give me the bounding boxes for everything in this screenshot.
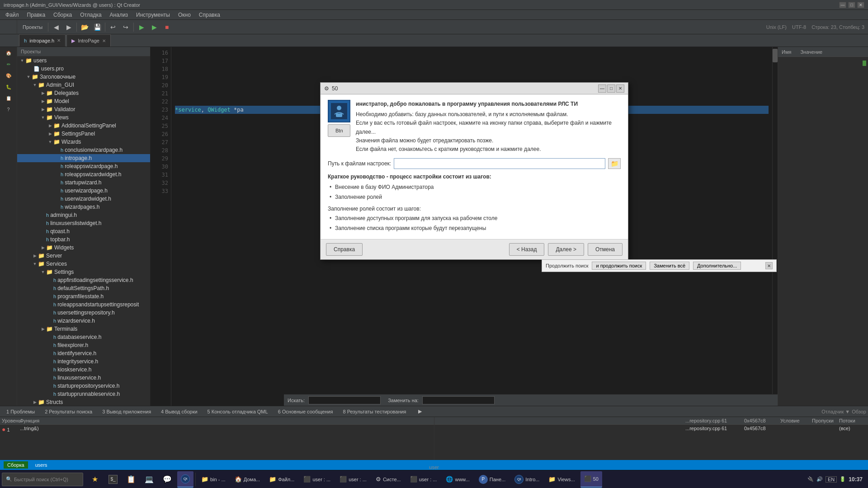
taskbar-running-files[interactable]: 📁 Файл... [265,471,298,488]
replace-input[interactable] [422,396,495,404]
menu-edit[interactable]: Правка [24,11,49,19]
nav-debug[interactable]: 🐛 [5,83,12,91]
tree-server[interactable]: ▶ 📁 Server [17,252,150,260]
maximize-btn[interactable]: □ [848,2,855,8]
menu-tools[interactable]: Инструменты [132,11,174,19]
tab-intropage-cpp[interactable]: ▶ IntroPage ✕ [66,34,111,47]
tree-admingui-h[interactable]: h admingui.h [17,211,150,219]
tree-roleapps[interactable]: h roleappsandstartupsettingsreposit [17,300,150,309]
taskbar-running-terminal1[interactable]: ⬛ user : ... [300,471,334,488]
nav-projects[interactable]: 📋 [5,94,12,103]
menu-window[interactable]: Окно [175,11,194,19]
menu-analyze[interactable]: Анализ [106,11,132,19]
taskbar-running-50[interactable]: ⬛ 50 [580,471,602,488]
tree-linuxuserservice[interactable]: h linuxuserservice.h [17,374,150,382]
taskbar-running-panel[interactable]: P Пане... [475,471,509,488]
dialog-maximize[interactable]: □ [607,84,615,93]
tree-databaseservice[interactable]: h databaseservice.h [17,333,150,341]
menu-debug[interactable]: Отладка [76,11,105,19]
tree-delegates[interactable]: ▶ 📁 Delegates [17,89,150,97]
tree-qtoast[interactable]: h qtoast.h [17,227,150,235]
taskbar-app-terminal[interactable]: $_ [105,471,121,488]
back-btn[interactable]: ◀ [50,21,62,33]
nav-design[interactable]: 🎨 [5,71,12,80]
tree-wizards[interactable]: ▼ 📁 Wizards [17,138,150,146]
cancel-btn[interactable]: Отмена [588,243,623,256]
tree-structs[interactable]: ▶ 📁 Structs [17,398,150,406]
bottom-tab-8[interactable]: 8 Результаты тестирования [338,408,410,415]
open-btn[interactable]: 📂 [79,21,90,33]
find-bar-close[interactable]: ✕ [765,262,773,269]
tree-userwizardwidget[interactable]: h userwizardwidget.h [17,195,150,203]
breakpoint-row-1[interactable]: ...repository.cpp 61 0x4567c8 (все) [434,425,868,432]
help-btn[interactable]: Справка [326,243,363,256]
tab-close-intropage-cpp[interactable]: ✕ [102,38,106,43]
tree-intropage[interactable]: h intropage.h [17,154,150,162]
taskbar-running-browser[interactable]: 🌐 www... [442,471,473,488]
taskbar-app-terminal2[interactable]: 💻 [141,471,157,488]
path-input[interactable] [394,158,605,169]
taskbar-app-chat[interactable]: 💬 [159,471,175,488]
next-btn[interactable]: Далее > [548,243,584,256]
tree-roleappswizardpage[interactable]: h roleappswizardpage.h [17,162,150,170]
menu-build[interactable]: Сборка [50,11,75,19]
taskbar-running-terminal2[interactable]: ⬛ user : ... [336,471,370,488]
bottom-tab-6[interactable]: 6 Основные сообщения [274,408,338,415]
menu-file[interactable]: Файл [2,11,23,19]
tree-wizardpages[interactable]: h wizardpages.h [17,203,150,211]
taskbar-app-files[interactable]: 📋 [123,471,139,488]
folder-browse-btn[interactable]: 📁 [608,158,621,169]
minimize-btn[interactable]: — [839,2,846,8]
taskbar-running-system[interactable]: ⚙ Систе... [372,471,405,488]
tree-additionalsetting[interactable]: ▶ 📁 AdditionalSettingPanel [17,122,150,130]
nav-editor[interactable]: ✏ [6,60,11,69]
back-btn-dialog[interactable]: < Назад [509,243,545,256]
taskbar-running-bin[interactable]: 📁 bin - ... [198,471,229,488]
tree-topbar[interactable]: h topbar.h [17,235,150,244]
tree-settingspanel[interactable]: ▶ 📁 SettingsPanel [17,130,150,138]
tree-linuxuserslist[interactable]: h linuxuserslistwidget.h [17,219,150,227]
tab-intropage[interactable]: h intropage.h ✕ [19,34,66,47]
search-input[interactable] [308,396,381,404]
forward-btn[interactable]: ▶ [63,21,75,33]
bottom-tab-2[interactable]: 2 Результаты поиска [40,408,97,415]
run-btn[interactable]: ▶ [136,21,147,33]
menu-help[interactable]: Справка [195,11,224,19]
tree-services[interactable]: ▼ 📁 Services [17,260,150,268]
debug-run-btn[interactable]: ▶ [148,21,160,33]
taskbar-running-views[interactable]: 📁 Views... [545,471,578,488]
bottom-tab-more[interactable]: ▶ [414,408,426,415]
tree-model[interactable]: ▶ 📁 Model [17,97,150,105]
nav-start[interactable]: 🏠 [5,49,12,57]
tree-views[interactable]: ▼ 📁 Views [17,113,150,122]
save-btn[interactable]: 💾 [91,21,103,33]
tree-programfilesstate[interactable]: h programfilesstate.h [17,292,150,300]
stop-btn[interactable]: ■ [161,21,173,33]
tree-usersettings[interactable]: h usersettingsrepository.h [17,309,150,317]
tab-close-intropage[interactable]: ✕ [57,38,61,43]
taskbar-app-qtcreator[interactable]: Qt [177,471,193,488]
dialog-close[interactable]: ✕ [616,84,624,93]
taskbar-app-stars[interactable]: ★ [87,471,103,488]
tree-startupprunnable[interactable]: h startupprunnableservice.h [17,390,150,398]
find-continue-btn[interactable]: и продолжить поиск [592,262,646,270]
tree-settings-folder[interactable]: ▼ 📁 Settings [17,268,150,276]
redo-btn[interactable]: ↪ [120,21,132,33]
debug-row-1[interactable]: ● 1 ...tring&) [0,425,434,434]
bottom-tab-3[interactable]: 3 Вывод приложения [98,408,156,415]
taskbar-running-intro[interactable]: Qt Intro... [511,471,543,488]
more-options-btn[interactable]: Дополнительно... [693,262,741,270]
tree-validator[interactable]: ▶ 📁 Validator [17,105,150,113]
tray-lang[interactable]: EN [826,476,837,483]
tree-root-users[interactable]: ▼ 📁 users [17,56,150,65]
tree-startuprepository[interactable]: h startuprepositoryservice.h [17,382,150,390]
taskbar-running-home[interactable]: 🏠 Дома... [231,471,264,488]
bottom-tab-5[interactable]: 5 Консоль отладчика QML [203,408,273,415]
tree-appfirstloading[interactable]: h appfirstloadingsettingsservice.h [17,276,150,284]
tree-kioskservice[interactable]: h kioskservice.h [17,366,150,374]
nav-help[interactable]: ? [6,105,11,114]
tree-wizardservice[interactable]: h wizardservice.h [17,317,150,325]
undo-btn[interactable]: ↩ [107,21,119,33]
taskbar-running-terminal3[interactable]: ⬛ user : ... [406,471,441,488]
bottom-tab-1[interactable]: 1 Проблемы [2,408,39,415]
